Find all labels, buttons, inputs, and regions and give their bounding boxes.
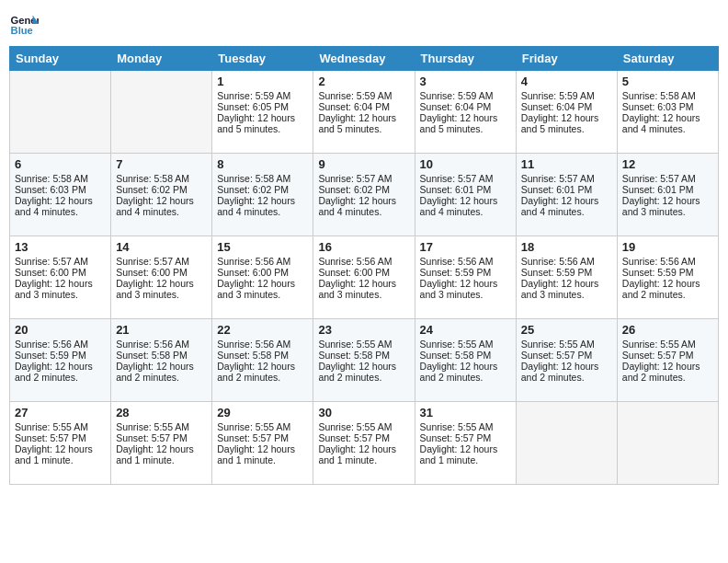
day-number: 26	[622, 323, 713, 337]
calendar-cell: 21Sunrise: 5:56 AMSunset: 5:58 PMDayligh…	[111, 319, 212, 402]
day-number: 10	[420, 157, 511, 171]
day-info: Sunrise: 5:55 AM	[420, 421, 511, 432]
day-info: Sunrise: 5:58 AM	[116, 173, 207, 184]
day-number: 9	[318, 157, 409, 171]
day-info: Sunset: 6:05 PM	[217, 101, 308, 112]
calendar-cell: 15Sunrise: 5:56 AMSunset: 6:00 PMDayligh…	[212, 236, 313, 319]
calendar-cell: 3Sunrise: 5:59 AMSunset: 6:04 PMDaylight…	[415, 71, 516, 154]
calendar-cell: 25Sunrise: 5:55 AMSunset: 5:57 PMDayligh…	[516, 319, 617, 402]
col-header-sunday: Sunday	[10, 47, 111, 71]
day-info: Sunset: 6:00 PM	[318, 267, 409, 278]
day-info: Sunrise: 5:56 AM	[217, 256, 308, 267]
day-number: 30	[318, 406, 409, 419]
calendar-cell: 11Sunrise: 5:57 AMSunset: 6:01 PMDayligh…	[516, 154, 617, 236]
day-info: Daylight: 12 hours and 3 minutes.	[622, 195, 713, 217]
day-info: Daylight: 12 hours and 1 minute.	[217, 443, 308, 465]
day-info: Sunset: 5:59 PM	[420, 267, 511, 278]
day-info: Sunset: 6:04 PM	[521, 101, 612, 112]
day-number: 25	[521, 323, 612, 337]
day-number: 13	[15, 240, 106, 254]
day-number: 8	[217, 157, 308, 171]
day-info: Sunset: 6:00 PM	[116, 267, 207, 278]
day-info: Sunset: 6:00 PM	[217, 267, 308, 278]
day-number: 24	[420, 323, 511, 337]
day-info: Sunrise: 5:56 AM	[217, 339, 308, 350]
day-number: 31	[420, 406, 511, 419]
day-info: Sunrise: 5:59 AM	[217, 90, 308, 101]
day-info: Sunset: 6:03 PM	[622, 101, 713, 112]
day-number: 15	[217, 240, 308, 254]
col-header-friday: Friday	[516, 47, 617, 71]
logo: General Blue	[9, 9, 42, 39]
day-info: Sunrise: 5:55 AM	[622, 339, 713, 350]
calendar-cell: 2Sunrise: 5:59 AMSunset: 6:04 PMDaylight…	[313, 71, 415, 154]
day-info: Sunrise: 5:58 AM	[217, 173, 308, 184]
day-info: Daylight: 12 hours and 1 minute.	[318, 443, 409, 465]
day-info: Daylight: 12 hours and 2 minutes.	[15, 361, 106, 383]
day-info: Sunrise: 5:58 AM	[15, 173, 106, 184]
day-info: Sunset: 5:59 PM	[15, 350, 106, 361]
day-info: Sunrise: 5:55 AM	[15, 421, 106, 432]
calendar-cell: 6Sunrise: 5:58 AMSunset: 6:03 PMDaylight…	[10, 154, 111, 236]
day-info: Sunrise: 5:56 AM	[116, 339, 207, 350]
logo-icon: General Blue	[9, 9, 39, 39]
day-info: Sunrise: 5:56 AM	[521, 256, 612, 267]
day-number: 5	[622, 75, 713, 88]
day-info: Sunset: 5:57 PM	[622, 350, 713, 361]
calendar-cell: 22Sunrise: 5:56 AMSunset: 5:58 PMDayligh…	[212, 319, 313, 402]
day-info: Sunrise: 5:59 AM	[420, 90, 511, 101]
day-number: 1	[217, 75, 308, 88]
day-info: Daylight: 12 hours and 3 minutes.	[217, 278, 308, 300]
day-info: Daylight: 12 hours and 4 minutes.	[116, 195, 207, 217]
day-info: Sunset: 6:03 PM	[15, 184, 106, 195]
day-info: Daylight: 12 hours and 2 minutes.	[116, 361, 207, 383]
calendar-cell	[516, 402, 617, 485]
day-number: 11	[521, 157, 612, 171]
calendar-cell: 28Sunrise: 5:55 AMSunset: 5:57 PMDayligh…	[111, 402, 212, 485]
calendar-cell: 16Sunrise: 5:56 AMSunset: 6:00 PMDayligh…	[313, 236, 415, 319]
day-number: 3	[420, 75, 511, 88]
col-header-saturday: Saturday	[617, 47, 718, 71]
header: General Blue	[9, 9, 719, 39]
day-number: 28	[116, 406, 207, 419]
day-info: Sunset: 5:57 PM	[116, 432, 207, 443]
day-info: Sunrise: 5:56 AM	[318, 256, 409, 267]
calendar-cell: 1Sunrise: 5:59 AMSunset: 6:05 PMDaylight…	[212, 71, 313, 154]
day-info: Daylight: 12 hours and 5 minutes.	[521, 112, 612, 134]
calendar-cell: 14Sunrise: 5:57 AMSunset: 6:00 PMDayligh…	[111, 236, 212, 319]
week-row-4: 20Sunrise: 5:56 AMSunset: 5:59 PMDayligh…	[10, 319, 719, 402]
day-number: 4	[521, 75, 612, 88]
day-info: Sunset: 5:58 PM	[116, 350, 207, 361]
day-info: Daylight: 12 hours and 3 minutes.	[116, 278, 207, 300]
day-info: Sunset: 6:02 PM	[217, 184, 308, 195]
day-number: 14	[116, 240, 207, 254]
day-number: 12	[622, 157, 713, 171]
day-info: Daylight: 12 hours and 1 minute.	[420, 443, 511, 465]
day-info: Daylight: 12 hours and 2 minutes.	[318, 361, 409, 383]
day-info: Daylight: 12 hours and 5 minutes.	[420, 112, 511, 134]
day-info: Daylight: 12 hours and 4 minutes.	[420, 195, 511, 217]
day-info: Daylight: 12 hours and 5 minutes.	[318, 112, 409, 134]
day-info: Sunrise: 5:57 AM	[15, 256, 106, 267]
calendar-cell	[111, 71, 212, 154]
col-header-thursday: Thursday	[415, 47, 516, 71]
calendar-table: SundayMondayTuesdayWednesdayThursdayFrid…	[9, 46, 719, 485]
calendar-cell: 4Sunrise: 5:59 AMSunset: 6:04 PMDaylight…	[516, 71, 617, 154]
day-info: Sunset: 5:58 PM	[318, 350, 409, 361]
week-row-1: 1Sunrise: 5:59 AMSunset: 6:05 PMDaylight…	[10, 71, 719, 154]
day-info: Sunset: 5:59 PM	[622, 267, 713, 278]
day-info: Sunset: 6:02 PM	[116, 184, 207, 195]
day-info: Sunset: 5:59 PM	[521, 267, 612, 278]
day-info: Sunrise: 5:57 AM	[318, 173, 409, 184]
day-number: 20	[15, 323, 106, 337]
day-info: Sunrise: 5:57 AM	[116, 256, 207, 267]
day-number: 27	[15, 406, 106, 419]
day-info: Sunset: 6:01 PM	[622, 184, 713, 195]
day-info: Daylight: 12 hours and 3 minutes.	[521, 278, 612, 300]
col-header-wednesday: Wednesday	[313, 47, 415, 71]
day-info: Sunset: 6:01 PM	[521, 184, 612, 195]
calendar-cell: 8Sunrise: 5:58 AMSunset: 6:02 PMDaylight…	[212, 154, 313, 236]
calendar-header-row: SundayMondayTuesdayWednesdayThursdayFrid…	[10, 47, 719, 71]
day-info: Daylight: 12 hours and 2 minutes.	[521, 361, 612, 383]
day-info: Sunset: 6:02 PM	[318, 184, 409, 195]
